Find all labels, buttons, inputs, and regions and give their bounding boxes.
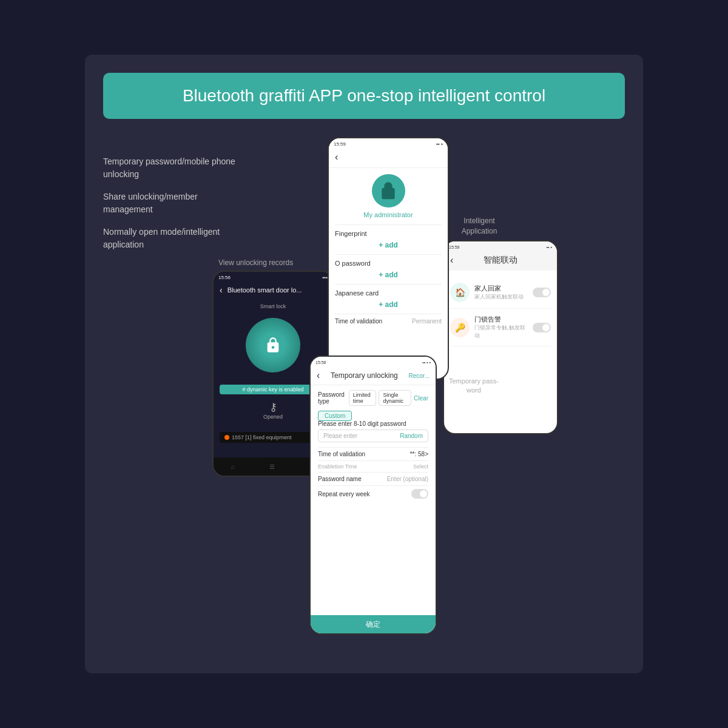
pass-name-row: Password name Enter (optional) <box>318 472 428 485</box>
temp-status-bar: 15:56 ▪▪ ▪ ▪ <box>311 357 436 368</box>
temp-confirm-area[interactable]: 确定 <box>311 615 436 633</box>
custom-button[interactable]: Custom <box>318 411 352 421</box>
smart-back[interactable]: ‹ <box>450 255 453 266</box>
temp-nav: ‹ Temporary unlocking Recor... <box>311 368 436 385</box>
lock-nav-2[interactable]: ☰ <box>269 463 275 470</box>
confirm-btn-text: 确定 <box>366 619 380 630</box>
japanese-card-section: Japanese card + add <box>335 284 442 314</box>
pass-name-input[interactable]: Enter (optional) <box>387 476 428 482</box>
view-records-label: View unlocking records <box>218 258 293 267</box>
temp-pass-text: Temporary pass-word <box>449 377 499 394</box>
profile-content: My administrator Fingerprint + add O pas… <box>329 168 448 334</box>
feature-2: Share unlocking/member management <box>103 190 237 216</box>
password-section: O password + add <box>335 254 442 284</box>
smart-item-1: 🏠 家人回家 家人回家机触发联动 <box>450 277 551 309</box>
val-time: **: 58> <box>410 451 428 457</box>
smart-item-2-title: 门锁告警 <box>474 315 528 324</box>
phones-area: View unlocking records 15:56 ▪▪▪ ‹ Bluet… <box>249 137 625 659</box>
intelligent-label-text: Intelligent Application <box>462 217 497 235</box>
lock-icons: ▪▪▪ <box>322 275 328 280</box>
lock-time: 15:56 <box>218 275 231 280</box>
temp-content: Password type Limited time Single dynami… <box>311 385 436 507</box>
smart-icons: ▪▪ ▪ <box>547 245 552 249</box>
smart-lock-label: Smart lock <box>260 303 286 309</box>
intelligent-label: Intelligent Application <box>446 216 513 237</box>
enable-time-row: Enabletion Time Select <box>318 460 428 472</box>
validation-label: Time of validation <box>335 318 382 325</box>
temp-back[interactable]: ‹ <box>317 370 320 381</box>
password-input-row[interactable]: Please enter Random <box>318 430 428 442</box>
feature-3: Normally open mode/intelligent applicati… <box>103 226 237 251</box>
device-text: 1557 [1] fixed equipment <box>232 434 314 440</box>
smart-item-2-sub: 门锁异常专触,触发联动 <box>474 324 528 340</box>
tab-limited[interactable]: Limited time <box>349 390 377 406</box>
phone-profile: 15:59 ▪▪ ▪ ‹ My administrator Fingerp <box>328 137 449 380</box>
temp-icons: ▪▪ ▪ ▪ <box>422 360 431 365</box>
smart-item-2: 🔑 门锁告警 门锁异常专触,触发联动 <box>450 309 551 346</box>
select-button[interactable]: Select <box>413 463 428 470</box>
smart-nav: ‹ 智能联动 <box>444 252 557 271</box>
smart-item-1-text: 家人回家 家人回家机触发联动 <box>474 284 528 301</box>
records-link[interactable]: Recor... <box>409 372 430 379</box>
smart-toggle-2[interactable] <box>533 323 551 332</box>
smart-content: 🏠 家人回家 家人回家机触发联动 🔑 门锁告警 门锁异常专触,触发联动 <box>444 271 557 352</box>
smart-status-bar: 15:59 ▪▪ ▪ <box>444 241 557 252</box>
validation-time-row: Time of validation **: 58> <box>318 447 428 460</box>
val-label: Time of validation <box>318 451 365 457</box>
random-button[interactable]: Random <box>400 433 423 439</box>
temp-time: 15:56 <box>315 360 326 365</box>
avatar <box>372 174 405 207</box>
admin-label: My administrator <box>335 211 442 218</box>
header-banner: Bluetooth graffiti APP one-stop intellig… <box>103 73 625 119</box>
profile-time: 15:59 <box>334 141 346 147</box>
lock-avatar-icon <box>379 181 398 201</box>
dot-orange <box>224 435 229 440</box>
repeat-label: Repeat every week <box>318 491 370 497</box>
home-icon: 🏠 <box>450 283 470 302</box>
permanent-text: Permanent <box>412 318 442 325</box>
lock-icon-area: ⚷ Opened <box>263 400 283 420</box>
profile-nav: ‹ <box>329 149 448 168</box>
smart-item-1-title: 家人回家 <box>474 284 528 293</box>
fingerprint-label: Fingerprint <box>335 230 442 237</box>
header-title: Bluetooth graffiti APP one-stop intellig… <box>121 86 607 106</box>
smart-item-2-text: 门锁告警 门锁异常专触,触发联动 <box>474 315 528 340</box>
lock-circle[interactable] <box>246 318 300 372</box>
phone-smart: 15:59 ▪▪ ▪ ‹ 智能联动 🏠 家人回家 家人回家机触发联动 <box>443 240 558 434</box>
repeat-toggle[interactable] <box>411 489 428 499</box>
pass-name-label: Password name <box>318 476 362 482</box>
fingerprint-section: Fingerprint + add <box>335 224 442 254</box>
digit-label: Please enter 8-10 digit password <box>318 420 428 427</box>
pass-input-placeholder: Please enter <box>323 433 400 439</box>
feature-1: Temporary password/mobile phone unlockin… <box>103 155 237 181</box>
phone-temp: 15:56 ▪▪ ▪ ▪ ‹ Temporary unlocking Recor… <box>309 356 437 635</box>
password-type-tabs: Limited time Single dynamic Clear <box>349 390 428 406</box>
profile-icons: ▪▪ ▪ <box>436 141 443 147</box>
enable-label: Enabletion Time <box>318 463 357 470</box>
password-label: O password <box>335 260 442 267</box>
add-fingerprint-btn[interactable]: + add <box>335 241 442 249</box>
smart-toggle-1[interactable] <box>533 288 551 297</box>
add-password-btn[interactable]: + add <box>335 271 442 279</box>
content-area: Temporary password/mobile phone unlockin… <box>85 131 643 665</box>
password-type-label: Password type <box>318 391 349 405</box>
temp-pass-floating-label: Temporary pass-word <box>449 377 499 396</box>
lock-back-arrow[interactable]: ‹ <box>220 285 223 295</box>
clear-button[interactable]: Clear <box>414 395 428 402</box>
japanese-card-label: Japanese card <box>335 289 442 297</box>
main-container: Bluetooth graffiti APP one-stop intellig… <box>85 55 643 673</box>
repeat-row: Repeat every week <box>318 485 428 502</box>
smart-item-1-sub: 家人回家机触发联动 <box>474 293 528 301</box>
lock-nav-1[interactable]: ⌂ <box>231 463 235 470</box>
validation-row: Time of validation Permanent <box>335 314 442 328</box>
smart-nav-title: 智能联动 <box>484 255 517 266</box>
tab-dynamic[interactable]: Single dynamic <box>379 390 411 406</box>
lock-status-bar: 15:56 ▪▪▪ <box>214 272 332 283</box>
lock-nav-bar: ‹ Bluetooth smart door lo... <box>214 283 332 297</box>
password-type-row: Password type Limited time Single dynami… <box>318 390 428 406</box>
profile-back[interactable]: ‹ <box>335 152 338 163</box>
door-icon: 🔑 <box>450 318 470 337</box>
lock-icon <box>265 337 281 354</box>
lock-nav-title: Bluetooth smart door lo... <box>228 286 302 294</box>
add-card-btn[interactable]: + add <box>335 300 442 309</box>
